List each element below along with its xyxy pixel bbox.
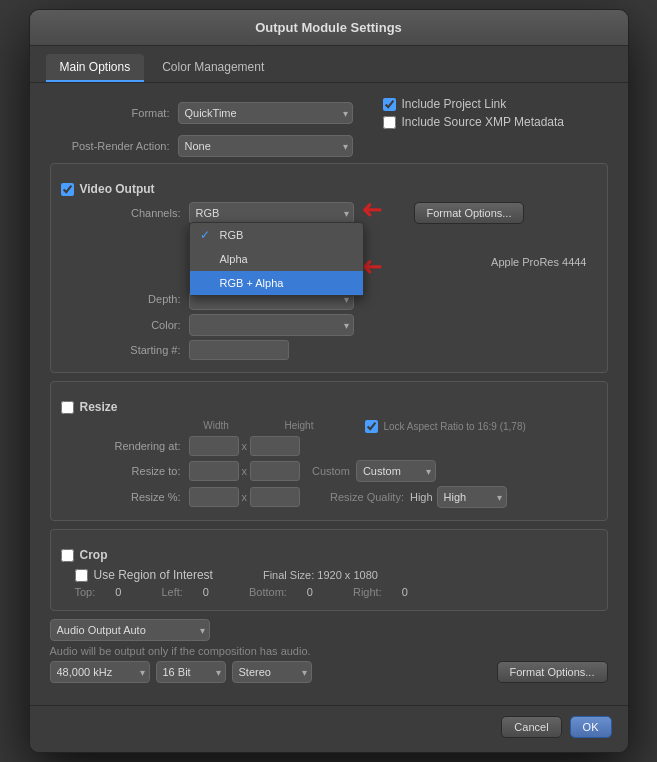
rendering-at-label: Rendering at: [61, 440, 181, 452]
resize-section: Resize Width Height Lock Aspect Ratio to… [50, 381, 608, 521]
use-roi-row: Use Region of Interest Final Size: 1920 … [61, 568, 597, 582]
final-size-label: Final Size: 1920 x 1080 [263, 569, 378, 581]
crop-checkbox[interactable] [61, 549, 74, 562]
video-output-checkbox[interactable] [61, 183, 74, 196]
rendering-w-input[interactable]: 1920 [189, 436, 239, 456]
resize-quality-label: Resize Quality: [330, 491, 404, 503]
main-content: Format: QuickTime Include Project Link I… [30, 83, 628, 705]
include-source-xmp-row[interactable]: Include Source XMP Metadata [383, 115, 565, 129]
tab-color-management[interactable]: Color Management [148, 54, 278, 82]
tab-main-options[interactable]: Main Options [46, 54, 145, 82]
video-output-title: Video Output [80, 182, 155, 196]
x-sep-2: x [242, 465, 248, 477]
include-project-link-checkbox[interactable] [383, 98, 396, 111]
video-output-header: Video Output [61, 182, 597, 196]
include-source-xmp-checkbox[interactable] [383, 116, 396, 129]
right-value: 0 [402, 586, 408, 598]
rendering-h-input[interactable]: 1080 [250, 436, 300, 456]
post-render-select-wrapper: None [178, 135, 353, 157]
resize-title: Resize [80, 400, 118, 414]
title-bar: Output Module Settings [30, 10, 628, 46]
audio-output-select-wrapper: Audio Output Auto [50, 619, 210, 641]
rgb-checkmark: ✓ [200, 228, 214, 242]
resize-quality-value: High [410, 491, 433, 503]
starting-hash-row: Starting #: [61, 340, 597, 360]
color-select[interactable] [189, 314, 354, 336]
cancel-button[interactable]: Cancel [501, 716, 561, 738]
audio-format-options-button[interactable]: Format Options... [497, 661, 608, 683]
include-project-link-row[interactable]: Include Project Link [383, 97, 565, 111]
audio-output-select[interactable]: Audio Output Auto [50, 619, 210, 641]
bit-depth-wrapper: 16 Bit [156, 661, 226, 683]
resize-pct-h-input[interactable] [250, 487, 300, 507]
bottom-value: 0 [307, 586, 313, 598]
resize-header: Resize [61, 400, 597, 414]
apple-prores-label: Apple ProRes 4444 [491, 256, 586, 268]
height-column-label: Height [272, 420, 327, 433]
resize-to-row: Resize to: 1920 x 1080 Custom Custom [61, 460, 597, 482]
resize-pct-row: Resize %: x Resize Quality: High High [61, 486, 597, 508]
color-select-wrapper [189, 314, 354, 336]
lock-aspect-checkbox[interactable] [365, 420, 378, 433]
dialog: Output Module Settings Main Options Colo… [29, 9, 629, 753]
grid-labels: Width Height Lock Aspect Ratio to 16:9 (… [189, 420, 597, 433]
width-column-label: Width [189, 420, 244, 433]
arrow-channels-icon: ➜ [361, 194, 383, 225]
ok-button[interactable]: OK [570, 716, 612, 738]
format-select[interactable]: QuickTime [178, 102, 353, 124]
channels-row: Channels: RGB ➜ Format Options... ✓ RGB [61, 202, 597, 224]
right-checkboxes: Include Project Link Include Source XMP … [383, 97, 565, 129]
audio-channels-wrapper: Stereo [232, 661, 312, 683]
rendering-at-row: Rendering at: 1920 x 1080 [61, 436, 597, 456]
x-sep-1: x [242, 440, 248, 452]
channels-label: Channels: [61, 207, 181, 219]
video-output-section: Video Output Channels: RGB ➜ Format Opti… [50, 163, 608, 373]
top-value: 0 [115, 586, 121, 598]
channels-select-wrapper: RGB [189, 202, 354, 224]
crop-header: Crop [61, 548, 597, 562]
format-label: Format: [50, 107, 170, 119]
resize-pct-input[interactable] [189, 487, 239, 507]
sample-rate-wrapper: 48,000 kHz [50, 661, 150, 683]
resize-to-w-input[interactable]: 1920 [189, 461, 239, 481]
post-render-row: Post-Render Action: None [50, 135, 608, 157]
left-value: 0 [203, 586, 209, 598]
format-select-wrapper: QuickTime [178, 102, 353, 124]
use-roi-label: Use Region of Interest [94, 568, 213, 582]
tab-bar: Main Options Color Management [30, 46, 628, 83]
footer: Cancel OK [30, 705, 628, 752]
bottom-label: Bottom: [249, 586, 287, 598]
use-roi-label-row[interactable]: Use Region of Interest [75, 568, 213, 582]
left-label: Left: [161, 586, 182, 598]
resize-to-label: Resize to: [61, 465, 181, 477]
include-project-link-label: Include Project Link [402, 97, 507, 111]
sample-rate-select[interactable]: 48,000 kHz [50, 661, 150, 683]
resize-to-h-input[interactable]: 1080 [250, 461, 300, 481]
post-render-select[interactable]: None [178, 135, 353, 157]
dropdown-item-rgb[interactable]: ✓ RGB [190, 223, 363, 247]
post-render-label: Post-Render Action: [50, 140, 170, 152]
audio-channels-select[interactable]: Stereo [232, 661, 312, 683]
dropdown-item-alpha[interactable]: ✓ Alpha [190, 247, 363, 271]
channels-dropdown-popup: ✓ RGB ✓ Alpha ✓ RGB + Alpha [189, 222, 364, 296]
format-options-button[interactable]: Format Options... [414, 202, 525, 224]
audio-settings-row: 48,000 kHz 16 Bit Stereo Format Options.… [50, 661, 608, 683]
audio-note: Audio will be output only if the composi… [50, 645, 608, 657]
custom-select[interactable]: Custom [356, 460, 436, 482]
lock-aspect-label: Lock Aspect Ratio to 16:9 (1,78) [384, 421, 526, 432]
starting-hash-input[interactable] [189, 340, 289, 360]
arrow-rgb-alpha-icon: ➜ [361, 251, 383, 282]
top-label: Top: [75, 586, 96, 598]
include-source-xmp-label: Include Source XMP Metadata [402, 115, 565, 129]
custom-select-wrapper: Custom [356, 460, 436, 482]
use-roi-checkbox[interactable] [75, 569, 88, 582]
color-label: Color: [61, 319, 181, 331]
bit-depth-select[interactable]: 16 Bit [156, 661, 226, 683]
channels-select[interactable]: RGB [189, 202, 354, 224]
crop-title: Crop [80, 548, 108, 562]
lock-aspect-row[interactable]: Lock Aspect Ratio to 16:9 (1,78) [365, 420, 526, 433]
resize-quality-select[interactable]: High [437, 486, 507, 508]
dropdown-item-rgb-alpha[interactable]: ✓ RGB + Alpha [190, 271, 363, 295]
resize-checkbox[interactable] [61, 401, 74, 414]
resize-pct-label: Resize %: [61, 491, 181, 503]
